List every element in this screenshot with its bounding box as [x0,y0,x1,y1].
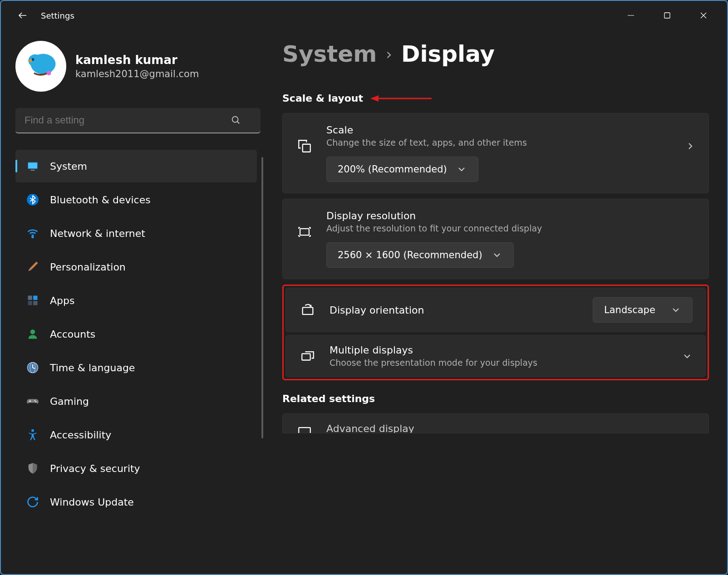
svg-point-9 [232,117,238,123]
svg-point-6 [31,58,34,61]
nav-label: Bluetooth & devices [50,194,151,206]
nav-item-personalization[interactable]: Personalization [15,251,257,283]
dropdown-value: 2560 × 1600 (Recommended) [338,250,482,260]
nav-label: Accounts [50,329,95,340]
scale-dropdown[interactable]: 200% (Recommended) [326,157,478,182]
nav-list: System Bluetooth & devices Network & int… [15,150,257,518]
window-controls [615,5,720,26]
nav-item-bluetooth[interactable]: Bluetooth & devices [15,183,257,216]
svg-point-20 [30,329,35,334]
svg-line-10 [237,122,240,124]
card-orientation[interactable]: Display orientation Landscape [285,288,706,332]
chevron-right-icon [685,141,696,152]
nav-label: Personalization [50,261,126,273]
section-label: Scale & layout [282,93,363,104]
nav-label: Gaming [50,396,89,407]
content-area: System › Display Scale & layout Scale Ch… [264,30,727,574]
title-bar: Settings [1,1,727,30]
breadcrumb-parent[interactable]: System [282,41,377,67]
card-title: Multiple displays [330,344,669,356]
search-icon [231,115,241,127]
card-title: Scale [326,124,672,136]
dropdown-value: Landscape [604,305,655,315]
card-subtitle: Choose the presentation mode for your di… [330,358,669,368]
svg-rect-16 [28,296,32,300]
search-box[interactable] [15,108,257,133]
maximize-button[interactable] [651,5,684,26]
resolution-dropdown[interactable]: 2560 × 1600 (Recommended) [326,242,514,268]
close-icon [699,11,708,20]
card-resolution[interactable]: Display resolution Adjust the resolution… [282,199,709,279]
minimize-button[interactable] [615,5,647,26]
search-input[interactable] [15,108,261,133]
svg-point-25 [35,401,37,403]
annotation-arrow-icon [370,94,434,103]
apps-icon [26,294,39,307]
nav-label: Time & language [50,362,135,374]
sidebar: kamlesh kumar kamlesh2011@gmail.com Syst… [1,30,264,574]
svg-point-24 [34,400,35,401]
card-advanced-display[interactable]: Advanced display [282,413,709,433]
orientation-dropdown[interactable]: Landscape [593,297,693,323]
bird-avatar-icon [23,48,59,84]
sidebar-scrollbar[interactable] [261,157,263,438]
wifi-icon [26,227,39,240]
dropdown-value: 200% (Recommended) [338,164,447,175]
nav-item-system[interactable]: System [15,150,257,182]
nav-item-apps[interactable]: Apps [15,284,257,317]
system-icon [26,160,39,172]
back-button[interactable] [12,5,34,26]
nav-item-gaming[interactable]: Gaming [15,385,257,418]
nav-label: Network & internet [50,228,145,239]
gamepad-icon [26,395,39,408]
annotation-highlight-box: Display orientation Landscape Multiple d… [282,285,709,380]
nav-label: Windows Update [50,496,134,508]
card-title: Advanced display [326,423,696,433]
nav-item-time[interactable]: Time & language [15,351,257,384]
advanced-display-icon [295,423,314,433]
svg-rect-29 [303,144,310,152]
minimize-icon [627,11,635,20]
arrow-left-icon [17,10,28,21]
nav-item-update[interactable]: Windows Update [15,486,257,518]
close-button[interactable] [687,5,720,26]
svg-rect-13 [30,170,34,171]
profile-name: kamlesh kumar [75,53,199,67]
nav-item-accounts[interactable]: Accounts [15,318,257,350]
svg-rect-1 [664,13,670,18]
nav-item-privacy[interactable]: Privacy & security [15,452,257,485]
svg-rect-17 [33,296,37,300]
card-subtitle: Change the size of text, apps, and other… [326,138,672,147]
card-multiple-displays[interactable]: Multiple displays Choose the presentatio… [285,335,706,377]
chevron-down-icon [682,351,693,362]
chevron-down-icon [456,164,467,175]
nav-label: System [50,161,87,172]
nav-item-accessibility[interactable]: Accessibility [15,418,257,451]
resolution-icon [295,223,314,241]
breadcrumb-current: Display [401,41,495,67]
nav-item-network[interactable]: Network & internet [15,217,257,250]
section-related-settings: Related settings [282,393,709,404]
svg-point-8 [47,71,51,75]
card-scale[interactable]: Scale Change the size of text, apps, and… [282,113,709,193]
accessibility-icon [26,428,39,441]
svg-rect-19 [33,301,37,305]
orientation-icon [299,301,317,319]
shield-icon [26,462,39,475]
svg-point-26 [31,429,34,432]
svg-rect-11 [28,162,38,169]
scale-icon [295,137,314,155]
person-icon [26,328,39,340]
card-subtitle: Adjust the resolution to fit your connec… [326,223,696,233]
clock-globe-icon [26,361,39,374]
paintbrush-icon [26,260,39,273]
app-title: Settings [41,11,74,20]
svg-marker-28 [370,95,379,102]
avatar [15,41,66,92]
svg-rect-30 [300,229,309,235]
update-icon [26,496,39,508]
svg-rect-18 [28,301,32,305]
profile-block[interactable]: kamlesh kumar kamlesh2011@gmail.com [15,41,257,92]
svg-rect-33 [299,428,310,433]
breadcrumb: System › Display [282,41,709,67]
